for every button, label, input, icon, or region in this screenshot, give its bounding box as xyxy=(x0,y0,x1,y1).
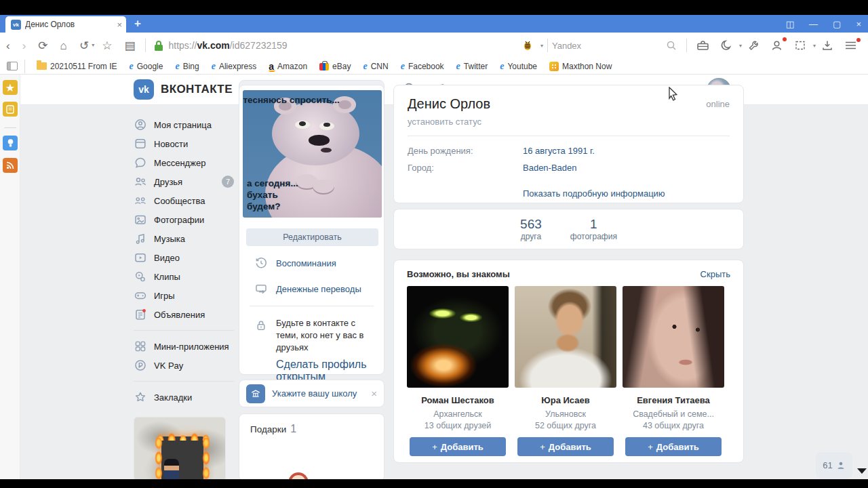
reload-icon[interactable]: ⟳ xyxy=(32,40,54,52)
sidebar-item-photos[interactable]: Фотографии xyxy=(134,210,234,229)
strip-divider xyxy=(4,127,16,128)
menu-icon[interactable] xyxy=(839,40,863,51)
sidebar-item-music[interactable]: Музыка xyxy=(134,229,234,248)
suggestion-photo[interactable] xyxy=(623,286,724,388)
bookmark-amazon[interactable]: aAmazon xyxy=(264,61,312,72)
profile-name: Денис Орлов xyxy=(408,96,730,112)
notes-icon[interactable] xyxy=(3,102,18,117)
restore-icon[interactable]: ▢ xyxy=(833,20,841,28)
favorite-star-icon[interactable]: ☆ xyxy=(96,40,118,52)
bookmark-cnn[interactable]: eCNN xyxy=(358,61,393,72)
sidebar-item-mini-apps[interactable]: Мини-приложения xyxy=(134,337,234,356)
ad-image[interactable] xyxy=(134,417,226,481)
close-icon[interactable]: × xyxy=(371,388,377,399)
tab-close-icon[interactable]: × xyxy=(117,20,122,29)
suggestion-photo[interactable] xyxy=(407,286,509,388)
maxthon-side-strip: ★ xyxy=(0,75,20,479)
browser-search-field[interactable]: Yandex xyxy=(552,41,660,51)
edit-profile-button[interactable]: Редактировать xyxy=(246,228,378,246)
snapshot-icon[interactable] xyxy=(789,39,812,52)
sidebar-item-games[interactable]: Игры xyxy=(134,286,234,305)
favorites-star-icon[interactable]: ★ xyxy=(3,80,18,95)
download-icon[interactable] xyxy=(816,39,839,52)
photos-counter[interactable]: 1 фотография xyxy=(570,217,617,241)
suggestion-photo[interactable] xyxy=(515,286,616,388)
gifts-title[interactable]: Подарки xyxy=(250,424,286,434)
city-link[interactable]: Baden-Baden xyxy=(523,163,577,173)
bookmark-facebook[interactable]: eFacebook xyxy=(396,61,449,72)
music-note-icon xyxy=(134,232,147,245)
show-details-link[interactable]: Показать подробную информацию xyxy=(523,188,665,199)
close-icon[interactable]: × xyxy=(856,20,861,28)
bookmark-folder[interactable]: 20210511 From IE xyxy=(32,62,122,71)
counters-card: 563 друга 1 фотография xyxy=(393,209,744,249)
browser-search-icon[interactable] xyxy=(660,40,682,51)
rss-icon[interactable] xyxy=(3,158,18,173)
birthday-link[interactable]: 16 августа 1991 г. xyxy=(523,146,595,156)
home-icon[interactable]: ⌂ xyxy=(54,40,73,52)
undo-caret-icon[interactable]: ▾ xyxy=(90,43,96,48)
news-icon xyxy=(134,137,147,150)
hide-suggestions-link[interactable]: Скрыть xyxy=(701,269,730,279)
friends-counter[interactable]: 563 друга xyxy=(520,217,542,241)
bookmark-twitter[interactable]: eTwitter xyxy=(452,61,493,72)
sidebar-item-news[interactable]: Новости xyxy=(134,134,234,153)
bookmark-aliexpress[interactable]: eAliexpress xyxy=(207,61,262,72)
sidebar-item-communities[interactable]: Сообщества xyxy=(134,191,234,210)
set-status-link[interactable]: установить статус xyxy=(408,117,730,127)
tools-icon[interactable] xyxy=(742,39,765,52)
friends-icon xyxy=(134,175,147,188)
browser-tab[interactable]: vk Денис Орлов × xyxy=(5,16,126,33)
minimize-icon[interactable]: — xyxy=(809,20,818,28)
sidebar-item-messenger[interactable]: Мессенджер xyxy=(134,153,234,172)
sidebar-item-bookmarks[interactable]: Закладки xyxy=(134,388,234,407)
bookmark-google[interactable]: eGoogle xyxy=(125,61,168,72)
sidebar-item-clips[interactable]: Клипы xyxy=(134,267,234,286)
bookmark-maxthon-now[interactable]: Maxthon Now xyxy=(545,62,616,71)
money-transfers-link[interactable]: Денежные переводы xyxy=(239,276,384,302)
sidebar-item-vk-pay[interactable]: VK Pay xyxy=(134,356,234,375)
scroll-down-caret-icon[interactable] xyxy=(857,468,867,474)
forward-icon[interactable]: › xyxy=(16,40,33,52)
split-view-icon[interactable]: ◫ xyxy=(786,20,794,28)
visitors-badge[interactable]: 61 xyxy=(816,452,852,479)
address-bar[interactable]: https://vk.com/id627232159 xyxy=(154,40,287,52)
toolbox-icon[interactable] xyxy=(691,39,715,52)
undo-icon[interactable]: ↺ xyxy=(73,40,90,52)
suggestion-name[interactable]: Юра Исаев xyxy=(515,395,616,405)
add-friend-button[interactable]: +Добавить xyxy=(625,437,722,456)
bookmark-youtube[interactable]: eYoutube xyxy=(495,61,542,72)
online-status: online xyxy=(706,99,730,109)
search-engine-caret-icon[interactable]: ▾ xyxy=(540,43,543,49)
sidebar-item-video[interactable]: Видео xyxy=(134,248,234,267)
back-icon[interactable]: ‹ xyxy=(0,40,16,52)
suggestion-card: Юра Исаев Ульяновск 52 общих друга +Доба… xyxy=(515,286,616,456)
reading-list-icon[interactable]: ▤ xyxy=(118,40,141,52)
money-transfer-icon xyxy=(254,282,268,296)
add-friend-button[interactable]: +Добавить xyxy=(517,437,614,456)
school-prompt-link[interactable]: Укажите вашу школу xyxy=(272,388,364,399)
clips-icon xyxy=(134,270,147,283)
night-mode-icon[interactable] xyxy=(715,39,738,52)
bookmark-ebay[interactable]: eBay xyxy=(315,62,355,71)
suggestions-title: Возможно, вы знакомы xyxy=(407,269,510,279)
lightbulb-icon[interactable] xyxy=(3,136,18,150)
ie-icon: e xyxy=(363,61,367,72)
sidebar-toggle-icon[interactable] xyxy=(7,62,18,70)
new-tab-button[interactable]: + xyxy=(134,17,141,30)
add-friend-button[interactable]: +Добавить xyxy=(410,437,506,456)
profile-photo[interactable]: стесняюсь спросить... а сегодня... бухат… xyxy=(243,90,382,218)
sidebar-item-ads[interactable]: Объявления xyxy=(134,305,234,324)
maxthon-bee-icon[interactable] xyxy=(516,39,539,52)
bookmark-bing[interactable]: eBing xyxy=(170,61,203,72)
memories-link[interactable]: Воспоминания xyxy=(239,250,384,276)
suggestion-name[interactable]: Евгения Титаева xyxy=(623,395,724,405)
notification-dot xyxy=(783,37,787,41)
suggestion-name[interactable]: Роман Шестаков xyxy=(407,395,509,405)
school-icon xyxy=(246,384,265,403)
sidebar-item-my-page[interactable]: Моя страница xyxy=(134,115,234,134)
vk-logo[interactable]: vk ВКОНТАКТЕ xyxy=(134,79,233,100)
video-icon xyxy=(134,251,147,264)
sidebar-item-friends[interactable]: Друзья 7 xyxy=(134,172,234,191)
incognito-icon[interactable] xyxy=(765,39,789,52)
